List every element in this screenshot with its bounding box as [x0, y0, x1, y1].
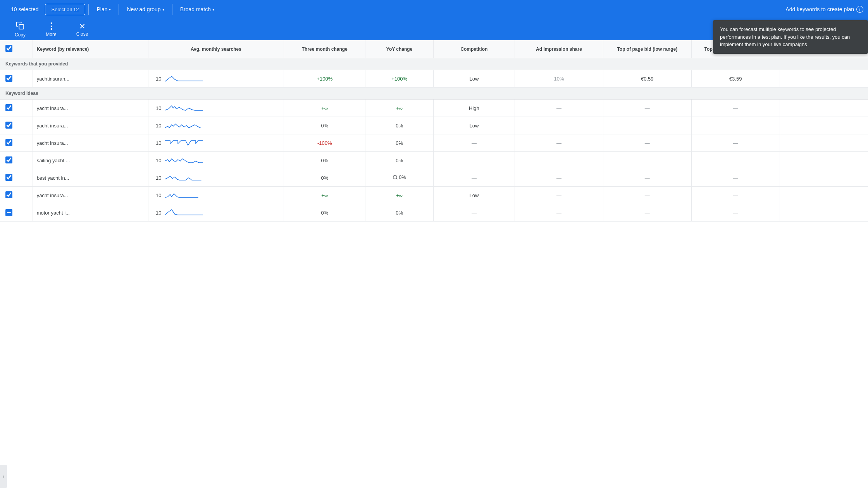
plan-chevron-icon: ▾	[109, 7, 111, 12]
add-keywords-label: Add keywords to create plan	[785, 6, 854, 12]
row-account-status	[780, 70, 868, 88]
row-ad-impression: —	[515, 169, 603, 187]
row-checkbox[interactable]	[5, 75, 12, 82]
new-ad-group-dropdown-button[interactable]: New ad group ▾	[122, 6, 169, 12]
row-checkbox[interactable]	[5, 104, 12, 111]
row-account-status	[780, 169, 868, 187]
row-yoy: 0%	[365, 204, 433, 222]
row-top-high: —	[691, 169, 780, 187]
add-keywords-button[interactable]: Add keywords to create plan i	[785, 6, 863, 13]
new-ad-group-label: New ad group	[127, 6, 160, 12]
row-ad-impression: —	[515, 117, 603, 134]
row-top-high: —	[691, 134, 780, 152]
table-row: yacht insura... 10 +∞ +∞ Low — — —	[0, 187, 868, 204]
keywords-table-wrap: Keyword (by relevance) Avg. monthly sear…	[0, 40, 868, 222]
row-top-high: —	[691, 117, 780, 134]
row-three-month: +∞	[284, 100, 365, 117]
row-top-low: €0.59	[603, 70, 691, 88]
row-monthly: 10	[148, 70, 284, 88]
row-checkbox[interactable]	[5, 191, 12, 198]
table-row: yacht insura... 10 0% 0% Low — — —	[0, 117, 868, 134]
new-ad-group-chevron-icon: ▾	[162, 7, 164, 12]
row-yoy: 0%	[365, 169, 433, 187]
toolbar-divider-1	[88, 4, 89, 15]
row-top-low: —	[603, 100, 691, 117]
row-checkbox-cell	[0, 187, 33, 204]
plan-label: Plan	[96, 6, 107, 12]
row-account-status	[780, 152, 868, 169]
more-button[interactable]: ⋮ More	[36, 21, 67, 39]
row-three-month: -100%	[284, 134, 365, 152]
row-keyword: yacht insura...	[33, 100, 148, 117]
row-top-low: —	[603, 152, 691, 169]
row-checkbox-cell	[0, 117, 33, 134]
broad-match-chevron-icon: ▾	[212, 7, 214, 12]
row-checkbox-cell	[0, 169, 33, 187]
row-account-status	[780, 100, 868, 117]
search-icon	[393, 175, 398, 181]
row-top-low: —	[603, 169, 691, 187]
row-yoy: 0%	[365, 152, 433, 169]
row-keyword: best yacht in...	[33, 169, 148, 187]
row-ad-impression: —	[515, 152, 603, 169]
row-competition: Low	[433, 117, 515, 134]
row-checkbox-cell	[0, 152, 33, 169]
row-account-status	[780, 117, 868, 134]
table-row: motor yacht i... 10 0% 0% — — — —	[0, 204, 868, 222]
row-top-low: —	[603, 204, 691, 222]
row-checkbox-cell	[0, 70, 33, 88]
select-all-checkbox[interactable]	[5, 45, 12, 52]
row-checkbox[interactable]	[5, 122, 12, 129]
row-yoy: 0%	[365, 134, 433, 152]
row-keyword: yacht insura...	[33, 187, 148, 204]
header-monthly: Avg. monthly searches	[148, 40, 284, 58]
row-account-status	[780, 204, 868, 222]
row-keyword: yacht insura...	[33, 134, 148, 152]
row-competition: Low	[433, 187, 515, 204]
row-competition: High	[433, 100, 515, 117]
copy-icon	[16, 21, 24, 31]
plan-dropdown-button[interactable]: Plan ▾	[92, 6, 115, 12]
row-top-high: —	[691, 100, 780, 117]
row-keyword: yacht insura...	[33, 117, 148, 134]
table-row: yachtinsuran... 10 +100% +100% Low 10% €…	[0, 70, 868, 88]
section-ideas-label: Keyword ideas	[0, 88, 868, 100]
info-icon: i	[856, 6, 863, 13]
row-yoy: 0%	[365, 117, 433, 134]
toolbar-divider-3	[172, 4, 172, 15]
main-toolbar: 10 selected Select all 12 Plan ▾ New ad …	[0, 0, 868, 19]
row-top-high: —	[691, 204, 780, 222]
row-monthly: 10	[148, 169, 284, 187]
row-three-month: 0%	[284, 152, 365, 169]
section-provided-header: Keywords that you provided	[0, 58, 868, 70]
row-top-high: €3.59	[691, 70, 780, 88]
row-top-high: —	[691, 152, 780, 169]
row-three-month: +100%	[284, 70, 365, 88]
svg-point-1	[393, 175, 397, 179]
header-checkbox-cell	[0, 40, 33, 58]
table-row: yacht insura... 10 +∞ +∞ High — — —	[0, 100, 868, 117]
table-row: yacht insura... 10 -100% 0% — — — —	[0, 134, 868, 152]
row-top-low: —	[603, 134, 691, 152]
header-competition: Competition	[433, 40, 515, 58]
select-all-button[interactable]: Select all 12	[45, 4, 86, 15]
header-top-low: Top of page bid (low range)	[603, 40, 691, 58]
row-competition: Low	[433, 70, 515, 88]
row-checkbox[interactable]	[5, 139, 12, 146]
close-button[interactable]: ✕ Close	[67, 21, 98, 38]
row-top-high: —	[691, 187, 780, 204]
table-row: best yacht in... 10 0% 0% — — — —	[0, 169, 868, 187]
row-three-month: 0%	[284, 169, 365, 187]
broad-match-label: Broad match	[180, 6, 211, 12]
row-checkbox[interactable]	[5, 174, 12, 181]
copy-button[interactable]: Copy	[5, 20, 36, 39]
header-yoy: YoY change	[365, 40, 433, 58]
svg-rect-0	[19, 24, 24, 29]
row-three-month: +∞	[284, 187, 365, 204]
broad-match-dropdown-button[interactable]: Broad match ▾	[176, 6, 219, 12]
row-checkbox[interactable]	[5, 156, 12, 163]
row-competition: —	[433, 134, 515, 152]
row-monthly: 10	[148, 134, 284, 152]
row-three-month: 0%	[284, 204, 365, 222]
table-row: sailing yacht ... 10 0% 0% — — — —	[0, 152, 868, 169]
